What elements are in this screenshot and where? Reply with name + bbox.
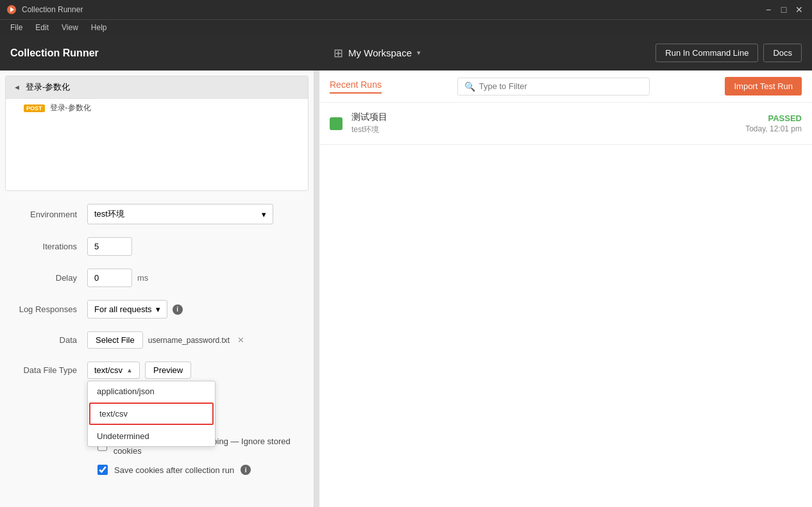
app-header: Collection Runner ⊞ My Workspace ▾ Run I… — [0, 35, 812, 71]
delay-unit: ms — [137, 273, 148, 283]
data-label: Data — [10, 335, 87, 345]
data-control: Select File username_password.txt ✕ — [87, 331, 303, 349]
iterations-control — [87, 237, 303, 256]
app-icon — [6, 4, 17, 15]
run-in-command-line-button[interactable]: Run In Command Line — [656, 44, 758, 62]
form-area: Environment test环境 ▾ Iterations Delay — [0, 196, 314, 492]
workspace-name: My Workspace — [348, 47, 412, 58]
title-bar-left: Collection Runner — [6, 4, 83, 15]
menu-file[interactable]: File — [5, 22, 28, 33]
log-responses-row: Log Responses For all requests ▾ i — [10, 300, 303, 319]
run-env: test环境 — [351, 124, 745, 135]
header-right: Run In Command Line Docs — [656, 44, 802, 62]
run-passed: PASSED — [745, 113, 802, 123]
search-box: 🔍 — [457, 78, 650, 96]
title-bar-controls: − □ ✕ — [762, 3, 806, 16]
checkbox-save-cookies-row: Save cookies after collection run i — [97, 465, 303, 475]
iterations-label: Iterations — [10, 242, 87, 251]
environment-value: test环境 — [94, 208, 124, 220]
delay-input[interactable] — [87, 269, 132, 287]
close-button[interactable]: ✕ — [793, 3, 806, 16]
maximize-button[interactable]: □ — [777, 3, 790, 16]
collection-item[interactable]: ◄ 登录-参数化 — [6, 76, 308, 99]
log-responses-info-icon[interactable]: i — [173, 304, 183, 315]
left-panel: ◄ 登录-参数化 POST 登录-参数化 Environment test环境 … — [0, 71, 314, 507]
dropdown-option-undetermined[interactable]: Undetermined — [88, 426, 215, 446]
menu-view[interactable]: View — [56, 22, 83, 33]
workspace-selector[interactable]: ⊞ My Workspace ▾ — [334, 46, 421, 60]
dropdown-option-json[interactable]: application/json — [88, 381, 215, 401]
file-name: username_password.txt — [148, 336, 230, 345]
environment-row: Environment test环境 ▾ — [10, 204, 303, 224]
title-bar: Collection Runner − □ ✕ — [0, 0, 812, 19]
workspace-icon: ⊞ — [334, 46, 343, 60]
post-item[interactable]: POST 登录-参数化 — [6, 99, 308, 117]
file-close-icon[interactable]: ✕ — [237, 335, 244, 345]
delay-row: Delay ms — [10, 269, 303, 287]
app-title: Collection Runner — [10, 47, 99, 59]
save-cookies-label: Save cookies after collection run — [114, 465, 234, 475]
title-bar-title: Collection Runner — [22, 5, 83, 14]
minimize-button[interactable]: − — [762, 3, 775, 16]
delay-control: ms — [87, 269, 303, 287]
main-layout: ◄ 登录-参数化 POST 登录-参数化 Environment test环境 … — [0, 71, 812, 507]
panel-divider — [314, 71, 319, 507]
select-file-button[interactable]: Select File — [87, 331, 143, 349]
collection-list: ◄ 登录-参数化 POST 登录-参数化 — [5, 76, 309, 191]
run-list: 测试项目 test环境 PASSED Today, 12:01 pm — [319, 103, 812, 145]
iterations-row: Iterations — [10, 237, 303, 256]
iterations-input[interactable] — [87, 237, 132, 256]
menu-edit[interactable]: Edit — [30, 22, 54, 33]
menu-bar: File Edit View Help — [0, 19, 812, 35]
data-file-type-dropdown: application/json text/csv Undetermined — [87, 381, 216, 447]
save-cookies-checkbox[interactable] — [97, 465, 108, 475]
log-responses-control: For all requests ▾ i — [87, 300, 303, 319]
delay-label: Delay — [10, 273, 87, 283]
run-info: 测试项目 test环境 — [351, 112, 745, 135]
environment-label: Environment — [10, 210, 87, 219]
menu-help[interactable]: Help — [86, 22, 112, 33]
dropdown-option-csv[interactable]: text/csv — [89, 403, 214, 425]
collapse-arrow-icon: ◄ — [13, 83, 21, 91]
data-file-type-value: text/csv — [94, 365, 123, 375]
run-item[interactable]: 测试项目 test环境 PASSED Today, 12:01 pm — [319, 103, 812, 145]
data-file-type-select[interactable]: text/csv ▲ — [87, 362, 140, 379]
data-file-type-row: Data File Type text/csv ▲ Preview applic… — [10, 362, 303, 379]
collection-name: 登录-参数化 — [26, 81, 70, 93]
right-panel-header: Recent Runs 🔍 Import Test Run — [319, 71, 812, 103]
search-icon: 🔍 — [464, 81, 475, 92]
right-panel: Recent Runs 🔍 Import Test Run 测试项目 test环… — [319, 71, 812, 507]
preview-button[interactable]: Preview — [145, 362, 191, 379]
environment-control: test环境 ▾ — [87, 204, 303, 224]
log-responses-select[interactable]: For all requests ▾ — [87, 300, 167, 319]
data-row: Data Select File username_password.txt ✕ — [10, 331, 303, 349]
docs-button[interactable]: Docs — [763, 44, 802, 62]
environment-chevron-icon: ▾ — [262, 210, 266, 219]
log-responses-chevron-icon: ▾ — [156, 304, 160, 314]
recent-runs-tab[interactable]: Recent Runs — [330, 79, 382, 94]
run-status-dot — [330, 117, 343, 130]
environment-select[interactable]: test环境 ▾ — [87, 204, 273, 224]
data-file-type-control: text/csv ▲ Preview application/json text… — [87, 362, 303, 379]
data-file-type-label: Data File Type — [10, 365, 87, 375]
run-result: PASSED Today, 12:01 pm — [745, 113, 802, 133]
run-time: Today, 12:01 pm — [745, 124, 802, 133]
run-name: 测试项目 — [351, 112, 745, 123]
import-test-run-button[interactable]: Import Test Run — [725, 77, 802, 96]
log-responses-label: Log Responses — [10, 304, 87, 314]
log-responses-value: For all requests — [94, 304, 152, 314]
workspace-chevron-icon: ▾ — [417, 49, 421, 57]
post-badge: POST — [24, 104, 45, 112]
save-cookies-info-icon[interactable]: i — [241, 465, 251, 475]
search-input[interactable] — [479, 81, 643, 91]
post-item-name: 登录-参数化 — [50, 103, 91, 113]
data-file-type-chevron-icon: ▲ — [126, 367, 133, 374]
